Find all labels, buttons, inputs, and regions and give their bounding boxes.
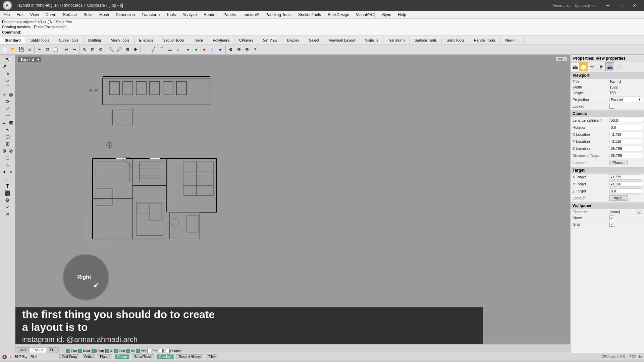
tab-visibility[interactable]: Visibility [360, 37, 383, 44]
menu-panels[interactable]: Panels [220, 12, 239, 18]
panel-tab-camera2[interactable]: 📸 [605, 62, 614, 71]
tool-select-lt[interactable]: ↖ [1, 56, 14, 63]
tab-standard[interactable]: Standard [0, 37, 26, 44]
tool-check-lt[interactable]: ✓ [1, 204, 14, 210]
gumball-btn[interactable]: Gumball [157, 354, 174, 359]
osnap-btn[interactable]: Osnap [115, 354, 129, 359]
tool-window[interactable]: ⊡ [89, 46, 96, 53]
tool-text-lt[interactable]: T [1, 183, 14, 189]
menu-sectiontools[interactable]: SectionTools [295, 12, 324, 18]
tool-misc4[interactable]: ? [251, 46, 259, 53]
menu-surface[interactable]: Surface [60, 12, 80, 18]
snap-m[interactable]: M [105, 349, 113, 353]
tool-surface-lt[interactable]: ⬡ [1, 133, 14, 140]
menu-dimension[interactable]: Dimension [112, 12, 138, 18]
menu-solid[interactable]: Solid [80, 12, 96, 18]
tool-sub10[interactable]: ✧ [8, 169, 14, 175]
tab-newir[interactable]: New ir... [501, 37, 524, 44]
menu-help[interactable]: Help [394, 12, 410, 18]
tab-enscape[interactable]: Enscape [135, 37, 159, 44]
snap-disable[interactable]: Disable [166, 349, 181, 353]
tool-zoom-out[interactable]: 🔎 [115, 46, 123, 53]
menu-paneling[interactable]: Paneling Tools [262, 12, 295, 18]
tool-redo[interactable]: ↪ [70, 46, 78, 53]
tool-open[interactable]: 📂 [9, 46, 17, 53]
tool-line[interactable]: ╱ [150, 46, 157, 53]
menu-render[interactable]: Render [200, 12, 220, 18]
tab-subd[interactable]: SubD Tools [26, 37, 54, 44]
volume-icon[interactable]: 🔇 [2, 355, 7, 359]
menu-mesh[interactable]: Mesh [96, 12, 112, 18]
viewport-label[interactable]: Top - d ▾ [18, 57, 41, 62]
tab-solid[interactable]: Solid Tools [442, 37, 469, 44]
tool-misc2[interactable]: ⊕ [235, 46, 243, 53]
tool-copy[interactable]: ⧉ [44, 46, 51, 53]
menu-transform[interactable]: Transform [138, 12, 163, 18]
tab-select[interactable]: Select [304, 37, 324, 44]
tab-surface[interactable]: Surface Tools [410, 37, 441, 44]
locked-checkbox[interactable] [609, 104, 614, 109]
show-checkbox[interactable] [609, 216, 614, 220]
tool-sub2[interactable]: · [8, 63, 14, 70]
panel-tab-pencil[interactable]: ✏ [588, 62, 597, 71]
assist-btn[interactable]: Assistirm... [553, 3, 571, 7]
tool-cyan-dot[interactable]: ● [209, 46, 216, 53]
menu-view[interactable]: View [27, 12, 42, 18]
grid-snap-btn[interactable]: Grid Snap [59, 354, 79, 359]
close-btn[interactable]: ✕ [628, 1, 641, 10]
tool-new[interactable]: 📄 [1, 46, 9, 53]
command-prompt[interactable]: Command: [2, 30, 642, 35]
x-target-input[interactable] [609, 174, 642, 180]
tool-solid-lt[interactable]: □ [1, 155, 14, 161]
snap-tan[interactable]: Tan [147, 349, 157, 353]
tool-zoom-extent[interactable]: ⊞ [123, 46, 131, 53]
panel-tab-material[interactable]: ⬤ [579, 62, 588, 71]
filter-btn[interactable]: Filter [206, 354, 218, 359]
menu-visualarq[interactable]: VisualARQ [353, 12, 379, 18]
viewport-area[interactable]: Top - d ▾ A - A' [15, 55, 570, 344]
panel-tab-camera[interactable]: 📷 [571, 62, 579, 71]
tool-pan[interactable]: ✥ [131, 46, 139, 53]
tool-point-lt[interactable]: ⊕ [1, 70, 14, 77]
snap-end[interactable]: End [66, 349, 77, 353]
tab-polyhedra[interactable]: Polyhedra [208, 37, 235, 44]
tab-curve[interactable]: Curve Tools [54, 37, 84, 44]
tool-x-lt[interactable]: ✕ [1, 211, 14, 218]
tool-misc3[interactable]: ⊖ [243, 46, 251, 53]
projection-dropdown[interactable]: Parallel ▾ [609, 97, 642, 102]
z-target-input[interactable] [609, 188, 642, 194]
dist-target-input[interactable] [609, 153, 642, 158]
tool-print[interactable]: 🖨 [25, 46, 33, 53]
smarttrack-btn[interactable]: SmartTrack [132, 354, 154, 359]
snap-t[interactable]: t [159, 349, 164, 353]
tool-sub7[interactable]: ⊗ [1, 147, 8, 154]
tool-dim-lt[interactable]: ⊢ [1, 176, 14, 182]
tool-props-lt[interactable]: ⚙ [1, 197, 14, 203]
tool-polyline[interactable]: ⌒ [158, 46, 165, 53]
cam-place-btn[interactable]: Place... [609, 160, 628, 165]
layout-tab-va1[interactable]: va-1 [17, 347, 29, 353]
tool-undo[interactable]: ↩ [62, 46, 70, 53]
tab-drafting[interactable]: Drafting [84, 37, 106, 44]
tab-display[interactable]: Display [282, 37, 304, 44]
tool-arc-lt[interactable]: ⌒ [1, 84, 14, 91]
menu-sync[interactable]: Sync [379, 12, 395, 18]
snap-near[interactable]: Near [78, 349, 90, 353]
menu-edit[interactable]: Edit [13, 12, 27, 18]
y-target-input[interactable] [609, 181, 642, 187]
tool-misc1[interactable]: ⚙ [227, 46, 234, 53]
menu-lumion[interactable]: Lumion® [239, 12, 262, 18]
tool-sub3[interactable]: ⌖ [1, 91, 8, 98]
tool-zoom-in[interactable]: 🔍 [107, 46, 115, 53]
menu-file[interactable]: File [0, 12, 13, 18]
tab-sectiontools[interactable]: SectionTools [158, 37, 189, 44]
gray-checkbox[interactable] [609, 222, 614, 227]
tool-green-dot2[interactable]: ● [193, 46, 200, 53]
record-history-btn[interactable]: Record History [176, 354, 203, 359]
tool-sub9[interactable]: ✦ [1, 169, 8, 175]
tab-setview[interactable]: Set View [258, 37, 282, 44]
tool-sub5[interactable]: ≡ [1, 119, 8, 126]
menu-brickdesign[interactable]: BrickDesign [324, 12, 353, 18]
maximize-btn[interactable]: □ [614, 1, 628, 10]
tab-transform[interactable]: Transform [383, 37, 410, 44]
